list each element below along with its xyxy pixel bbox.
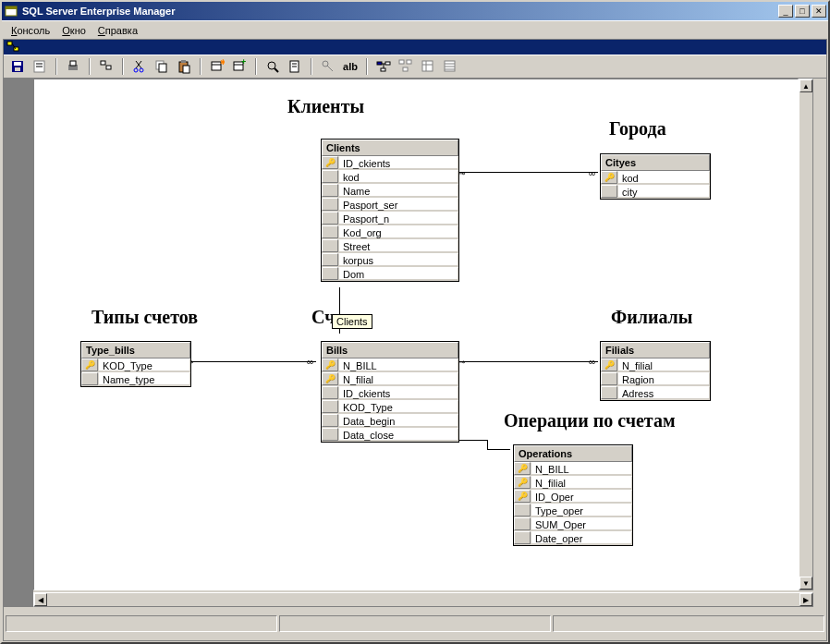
row-handle[interactable] [322,184,338,197]
table-filials[interactable]: Filials N_filialRagionAdress [600,341,711,401]
row-handle[interactable] [322,428,338,441]
key-icon[interactable] [322,358,338,371]
row-handle[interactable] [601,185,617,198]
menu-help[interactable]: Справка [92,23,143,38]
diagram-canvas[interactable]: Клиенты Города Типы счетов Сч Филиалы Оп… [33,79,799,590]
table-filials-header[interactable]: Filials [601,342,710,358]
rel-clients-cityes[interactable] [459,172,598,173]
zoom-button[interactable] [262,56,283,77]
table-column[interactable]: Name [322,184,458,198]
table-column[interactable]: N_filial [601,358,710,372]
menu-window[interactable]: Окно [56,23,92,38]
table-column[interactable]: ID_ckients [322,386,458,400]
view1-button[interactable] [396,56,416,77]
key-icon[interactable] [601,358,617,371]
annotation-button[interactable] [285,56,305,77]
table-column[interactable]: Ragion [601,372,710,386]
row-handle[interactable] [322,239,338,252]
table-column[interactable]: ID_Oper [514,490,632,504]
table-operations-header[interactable]: Operations [514,445,632,462]
rel-bills-filials[interactable] [459,361,598,362]
key-icon[interactable] [514,462,531,475]
table-column[interactable]: N_filial [322,372,458,386]
table-column[interactable]: Name_type [81,372,190,386]
table-column[interactable]: Data_begin [322,414,458,428]
text-button[interactable]: aIb [340,56,360,77]
close-button[interactable]: ✕ [812,5,826,18]
table-column[interactable]: kod [322,170,458,184]
row-handle[interactable] [322,267,338,280]
row-handle[interactable] [322,225,338,238]
rel-typebills-bills[interactable] [191,361,316,362]
row-handle[interactable] [322,170,338,183]
minimize-button[interactable]: _ [778,5,793,18]
table-column[interactable]: city [601,185,710,199]
save-button[interactable] [7,56,28,77]
rel-bills-operations-h[interactable] [459,440,487,441]
table-column[interactable]: N_BILL [514,462,632,476]
table-column[interactable]: Pasport_ser [322,198,458,212]
row-handle[interactable] [322,414,338,427]
table-cityes-header[interactable]: Cityes [601,154,710,171]
table-column[interactable]: SUM_Oper [514,517,632,531]
vertical-scrollbar[interactable]: ▲ ▼ [799,79,813,590]
table-bills[interactable]: Bills N_BILLN_filialID_ckientsKOD_TypeDa… [321,341,459,443]
key-icon[interactable] [514,490,531,503]
table-column[interactable]: Dom [322,267,458,281]
table-clients-header[interactable]: Clients [322,140,458,156]
row-handle[interactable] [81,372,98,385]
paste-button[interactable] [174,56,194,77]
copy-button[interactable] [152,56,172,77]
key-icon[interactable] [514,476,531,489]
table-column[interactable]: Pasport_n [322,212,458,225]
table-bills-header[interactable]: Bills [322,342,458,358]
horizontal-scrollbar[interactable]: ◀ ▶ [33,592,813,607]
row-handle[interactable] [322,212,338,225]
row-handle[interactable] [514,504,531,516]
view3-button[interactable] [440,56,460,77]
new-button[interactable] [96,56,116,77]
scroll-left-button[interactable]: ◀ [34,593,47,606]
add-table-button[interactable]: + [229,56,250,77]
view2-button[interactable] [418,56,438,77]
row-handle[interactable] [601,386,617,399]
rel-bills-operations-h2[interactable] [487,449,510,450]
table-column[interactable]: Kod_org [322,225,458,239]
table-column[interactable]: Street [322,239,458,253]
key-icon[interactable] [322,156,338,169]
row-handle[interactable] [322,198,338,211]
table-column[interactable]: Date_oper [514,531,632,545]
maximize-button[interactable]: □ [795,5,810,18]
rel-bills-operations-v[interactable] [487,440,488,449]
row-handle[interactable] [322,386,338,399]
row-handle[interactable] [322,253,338,266]
row-handle[interactable] [514,531,531,544]
table-column[interactable]: N_filial [514,476,632,490]
table-typebills-header[interactable]: Type_bills [81,342,190,358]
cut-button[interactable] [129,56,150,77]
table-column[interactable]: KOD_Type [322,400,458,414]
row-handle[interactable] [322,400,338,413]
table-clients[interactable]: Clients ID_ckientskodNamePasport_serPasp… [321,139,459,282]
properties-button[interactable] [30,56,50,77]
scroll-up-button[interactable]: ▲ [799,79,812,92]
menu-console[interactable]: Кdocument.currentScript.previousElementS… [6,23,55,38]
table-column[interactable]: korpus [322,253,458,267]
scroll-right-button[interactable]: ▶ [799,593,812,606]
show-relationships-button[interactable] [373,56,394,77]
table-column[interactable]: Type_oper [514,504,632,517]
table-column[interactable]: ID_ckients [322,156,458,170]
key-button[interactable] [318,56,338,77]
table-typebills[interactable]: Type_bills KOD_TypeName_type [80,341,191,387]
table-column[interactable]: Adress [601,386,710,400]
new-table-button[interactable]: ✱ [207,56,227,77]
print-button[interactable] [63,56,83,77]
row-handle[interactable] [514,517,531,530]
table-column[interactable]: KOD_Type [81,358,190,372]
key-icon[interactable] [322,372,338,385]
key-icon[interactable] [81,358,98,371]
table-column[interactable]: N_BILL [322,358,458,372]
table-operations[interactable]: Operations N_BILLN_filialID_OperType_ope… [513,444,633,546]
scroll-down-button[interactable]: ▼ [799,577,812,589]
table-column[interactable]: Data_close [322,428,458,442]
